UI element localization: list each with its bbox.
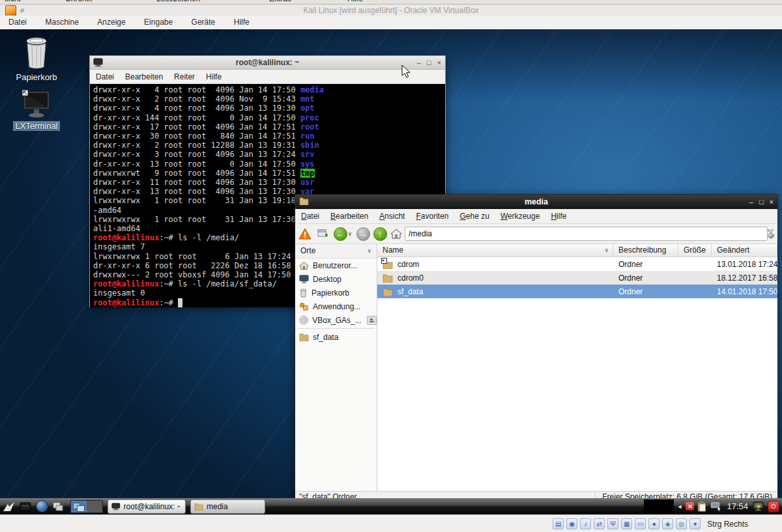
vbox-status-keyboard-icon[interactable]: ▾ <box>689 518 701 529</box>
tray-collapse-icon[interactable]: ◄ <box>677 503 683 510</box>
sidebar-item-trash[interactable]: Papierkorb <box>295 286 377 300</box>
vbox-status-icons: ▤◉♪⇄Ψ▦▭●◈◎▾ <box>553 518 701 529</box>
fm-menu-werkzeuge[interactable]: Werkzeuge <box>500 212 540 221</box>
clipboard-icon[interactable] <box>697 501 707 512</box>
system-tray: ◄ ✕ 17:54 ⏻ <box>644 499 782 513</box>
fm-menu-ansicht[interactable]: Ansicht <box>379 212 405 221</box>
workspace-2[interactable] <box>87 501 102 512</box>
sidebar-item-home[interactable]: Benutzeror... <box>295 259 377 272</box>
desktop-icon <box>299 275 309 283</box>
host-menu-fragment: sicht <box>5 0 21 3</box>
folder-symlink-icon <box>383 260 393 269</box>
screen: sicht Chronik Lesezeichen Extras Hilfe K… <box>0 0 782 532</box>
sidebar-item-desktop[interactable]: Desktop <box>295 272 377 286</box>
iconify-all-button[interactable] <box>51 500 65 513</box>
vbox-menu-geraete[interactable]: Geräte <box>192 16 216 29</box>
vbox-status-mouse-integration-icon[interactable]: ◎ <box>676 518 687 529</box>
fm-window-title: media <box>295 195 777 209</box>
desktop-icon-label: Papierkorb <box>16 72 57 82</box>
back-history-chevron[interactable]: ∨ <box>346 227 354 241</box>
sidebar-item-applications[interactable]: Anwendung... <box>295 300 377 313</box>
sidebar-item-vbox-gas-cd[interactable]: VBox_GAs_... <box>295 313 377 327</box>
windows-icon <box>52 501 64 512</box>
clock[interactable]: 17:54 <box>727 501 748 511</box>
vbox-menu-anzeige[interactable]: Anzeige <box>97 16 125 29</box>
vbox-status-recording-icon[interactable]: ● <box>648 518 659 529</box>
shutdown-button[interactable]: ⏻ <box>768 501 779 512</box>
file-row-cdrom[interactable]: cdrom Ordner 13.01.2018 17:24 <box>377 257 777 271</box>
terminal-menu-bearbeiten[interactable]: Bearbeiten <box>125 72 163 81</box>
folder-icon <box>383 273 393 283</box>
terminal-menu-hilfe[interactable]: Hilfe <box>206 72 222 81</box>
vbox-status-shared-folders-icon[interactable]: ▦ <box>621 518 632 529</box>
eject-button[interactable] <box>367 316 377 325</box>
trash-icon <box>299 288 308 298</box>
vbox-status-display-icon[interactable]: ▭ <box>635 518 646 529</box>
fm-titlebar[interactable]: media – □ × <box>295 195 777 209</box>
folder-icon <box>383 287 393 296</box>
file-row-sf-data[interactable]: sf_data Ordner 14.01.2018 17:50 <box>377 285 777 298</box>
fm-minimize-button[interactable]: – <box>749 198 753 206</box>
cpu-monitor[interactable] <box>644 499 674 513</box>
fm-menu-hilfe[interactable]: Hilfe <box>551 212 566 221</box>
vbox-status-optical-disc-icon[interactable]: ◉ <box>566 518 577 529</box>
vbox-status-network-icon[interactable]: ⇄ <box>594 518 605 529</box>
fm-menu-gehezu[interactable]: Gehe zu <box>460 212 489 221</box>
fm-menu-datei[interactable]: Datei <box>301 212 319 221</box>
kali-menu-button[interactable] <box>2 500 16 513</box>
desktop-icon-label: LXTerminal <box>13 121 59 131</box>
vbox-menu-eingabe[interactable]: Eingabe <box>144 16 173 29</box>
terminal-maximize-button[interactable]: □ <box>427 59 431 66</box>
terminal-menubar: Datei Bearbeiten Reiter Hilfe <box>90 70 445 84</box>
new-tab-button[interactable] <box>316 227 330 241</box>
terminal-menu-datei[interactable]: Datei <box>96 72 114 81</box>
task-button-terminal[interactable]: root@kalilinux: ~ <box>108 499 186 514</box>
terminal-titlebar[interactable]: root@kalilinux: ~ – □ × <box>90 56 445 70</box>
vbox-menu-hilfe[interactable]: Hilfe <box>234 16 250 29</box>
vbox-menu-maschine[interactable]: Maschine <box>45 16 78 29</box>
sidebar-places-header[interactable]: Orte ∨ <box>295 244 377 259</box>
fm-menu-favoriten[interactable]: Favoriten <box>416 212 448 221</box>
fm-close-button[interactable]: × <box>770 198 774 206</box>
remote-display-icon[interactable] <box>710 501 722 511</box>
desktop-icon-lxterminal[interactable]: LXTerminal <box>5 90 68 131</box>
column-header-beschreibung[interactable]: Beschreibung <box>613 244 678 257</box>
sidebar-item-sf-data[interactable]: sf_data <box>295 330 377 344</box>
terminal-close-button[interactable]: × <box>437 59 441 66</box>
fm-file-list: Name ∨ Beschreibung Größe Geändert <box>377 244 777 491</box>
terminal-monitor-icon <box>20 90 53 119</box>
file-row-cdrom0[interactable]: cdrom0 Ordner 18.12.2017 16:58 <box>377 271 777 285</box>
back-button[interactable]: ← <box>333 227 347 241</box>
vbox-menu-datei[interactable]: Datei <box>8 16 27 29</box>
list-header: Name ∨ Beschreibung Größe Geändert <box>377 244 777 257</box>
column-header-groesse[interactable]: Größe <box>678 244 712 257</box>
sidebar-item-label: VBox_GAs_... <box>312 316 361 325</box>
column-header-name[interactable]: Name ∨ <box>377 244 613 257</box>
terminal-menu-reiter[interactable]: Reiter <box>174 72 195 81</box>
vbox-status-audio-icon[interactable]: ♪ <box>580 518 591 529</box>
globe-icon <box>36 500 48 512</box>
workspace-1[interactable] <box>71 501 87 512</box>
trash-icon <box>21 36 52 70</box>
web-browser-launcher[interactable] <box>35 500 49 513</box>
desktop-icon-trash[interactable]: Papierkorb <box>5 36 68 82</box>
go-jump-icon[interactable] <box>764 227 778 241</box>
vbox-status-hdd-icon[interactable]: ▤ <box>553 518 564 529</box>
terminal-minimize-button[interactable]: – <box>417 59 421 66</box>
up-button[interactable]: ↑ <box>373 227 387 241</box>
sidebar-separator <box>298 328 374 329</box>
vbox-status-usb-icon[interactable]: Ψ <box>607 518 618 529</box>
column-header-geaendert[interactable]: Geändert <box>712 244 777 257</box>
forward-button[interactable]: → <box>356 227 370 241</box>
file-manager-launcher[interactable] <box>18 500 33 513</box>
fm-maximize-button[interactable]: □ <box>759 198 764 206</box>
path-input[interactable] <box>405 227 768 241</box>
notification-close-icon[interactable]: ✕ <box>686 502 694 511</box>
host-menu-fragment: Hilfe <box>347 0 363 3</box>
task-button-media[interactable]: media <box>190 499 265 514</box>
vbox-status-features-icon[interactable]: ◈ <box>662 518 673 529</box>
fm-menu-bearbeiten[interactable]: Bearbeiten <box>330 212 368 221</box>
workspace-pager[interactable] <box>70 500 103 513</box>
screenlock-icon[interactable] <box>753 501 764 512</box>
home-button[interactable] <box>389 227 403 241</box>
